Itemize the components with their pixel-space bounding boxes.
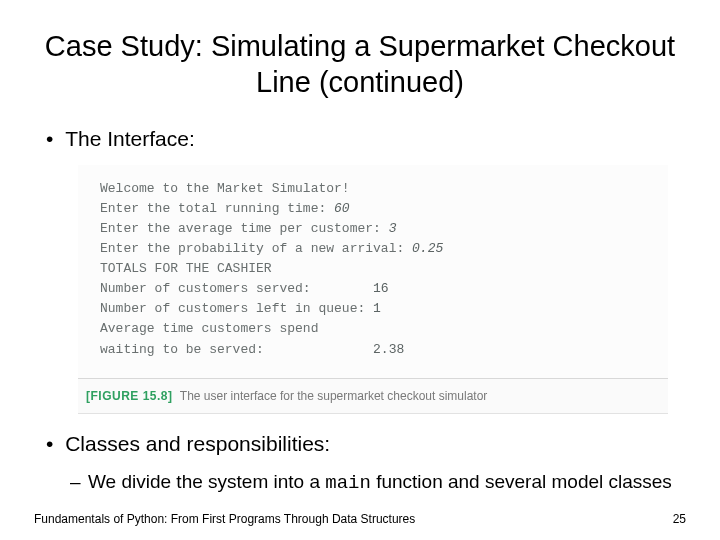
figure-tag: [FIGURE 15.8] — [86, 389, 173, 403]
prompt-running-time: Enter the total running time: — [100, 199, 334, 219]
bullet-classes: Classes and responsibilities: — [46, 432, 686, 456]
prompt-probability: Enter the probability of a new arrival: — [100, 239, 412, 259]
figure-caption-row: [FIGURE 15.8] The user interface for the… — [78, 379, 668, 414]
page-number: 25 — [673, 512, 686, 526]
footer: Fundamentals of Python: From First Progr… — [34, 512, 686, 526]
sub-bullet-divide: We divide the system into a main functio… — [88, 470, 686, 496]
served-label: Number of customers served: — [100, 279, 373, 299]
value-probability: 0.25 — [412, 239, 443, 259]
avg-line2-value: 2.38 — [373, 340, 404, 360]
served-value: 16 — [373, 279, 389, 299]
sub-prefix: We divide the system into a — [88, 471, 325, 492]
left-value: 1 — [373, 299, 381, 319]
figure-caption: The user interface for the supermarket c… — [180, 389, 487, 403]
figure-box: Welcome to the Market Simulator! Enter t… — [78, 165, 668, 414]
value-avg-time: 3 — [389, 219, 397, 239]
code-main: main — [325, 472, 371, 494]
value-running-time: 60 — [334, 199, 350, 219]
footer-text: Fundamentals of Python: From First Progr… — [34, 512, 415, 526]
sub-suffix: function and several model classes — [371, 471, 672, 492]
avg-line1: Average time customers spend — [100, 319, 318, 339]
totals-header: TOTALS FOR THE CASHIER — [100, 259, 272, 279]
terminal-welcome: Welcome to the Market Simulator! — [100, 179, 350, 199]
page-title: Case Study: Simulating a Supermarket Che… — [34, 28, 686, 101]
slide-content: Case Study: Simulating a Supermarket Che… — [0, 0, 720, 495]
avg-line2-label: waiting to be served: — [100, 340, 373, 360]
prompt-avg-time: Enter the average time per customer: — [100, 219, 389, 239]
left-label: Number of customers left in queue: — [100, 299, 373, 319]
terminal-output: Welcome to the Market Simulator! Enter t… — [78, 165, 668, 379]
bullet-interface: The Interface: — [46, 127, 686, 151]
